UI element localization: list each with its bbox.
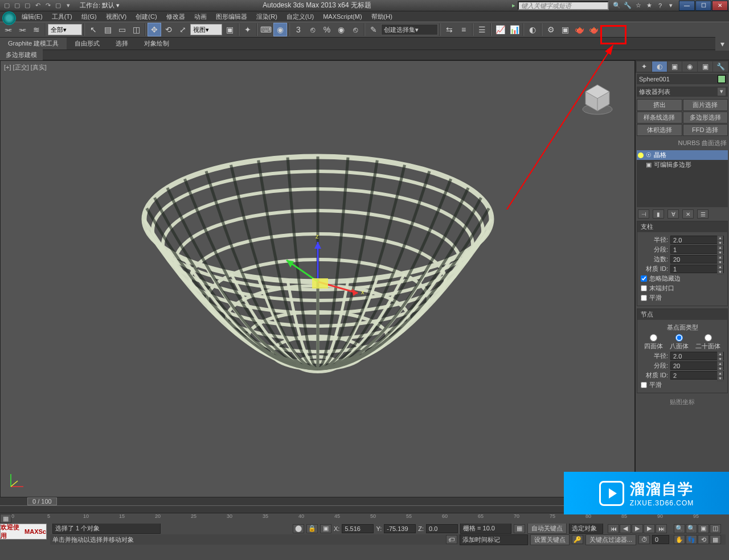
object-color-swatch[interactable] [718, 75, 726, 83]
rollout-joints[interactable]: 节点 [637, 309, 727, 320]
node-radio-icosa[interactable]: 二十面体 [695, 334, 720, 351]
strut-smooth-checkbox[interactable] [641, 295, 647, 301]
help-dropdown-icon[interactable]: ▾ [666, 1, 675, 10]
menu-customize[interactable]: 自定义(U) [282, 11, 318, 22]
mod-btn-patchsel[interactable]: 面片选择 [683, 99, 728, 111]
setkey-button[interactable]: 设置关键点 [530, 534, 570, 545]
coord-x-field[interactable]: 5.516 [342, 524, 374, 533]
edged-faces-icon[interactable]: ◉ [334, 23, 348, 36]
cmd-tab-modify[interactable]: ◐ [652, 61, 667, 72]
node-seg-spinner[interactable]: 20▲▼ [670, 361, 724, 370]
selection-filter[interactable]: 全部 ▾ [48, 24, 82, 35]
current-frame-field[interactable]: 0 [652, 535, 669, 544]
ribbon-tab-selection[interactable]: 选择 [108, 38, 136, 50]
window-crossing-icon[interactable]: ◫ [129, 23, 143, 36]
cmd-tab-hierarchy[interactable]: ▣ [667, 61, 682, 72]
cmd-tab-motion[interactable]: ◉ [682, 61, 697, 72]
mod-btn-volsel[interactable]: 体积选择 [637, 124, 682, 136]
close-button[interactable]: ✕ [712, 1, 728, 11]
menu-edit[interactable]: 编辑(E) [17, 11, 47, 22]
menu-views[interactable]: 视图(V) [101, 11, 132, 22]
menu-maxscript[interactable]: MAXScript(M) [318, 12, 366, 21]
remove-modifier-icon[interactable]: ✕ [682, 209, 694, 219]
ribbon-expand-icon[interactable]: ▾ [715, 37, 729, 51]
spinner-snap-icon[interactable]: % [320, 23, 334, 36]
ribbon-tab-graphite[interactable]: Graphite 建模工具 [0, 38, 67, 50]
node-smooth-checkbox[interactable] [641, 382, 647, 388]
editnamedsel-icon[interactable]: ✎ [367, 23, 380, 36]
add-time-tag[interactable]: 添加时间标记 [460, 534, 528, 545]
time-tag-icon[interactable]: 🏷 [446, 535, 457, 544]
select-object-icon[interactable]: ↖ [87, 23, 100, 36]
nav-zoomall-icon[interactable]: 🔍 [686, 524, 697, 533]
nav-walk-icon[interactable]: 👣 [686, 535, 697, 544]
lock-selection-icon[interactable]: ⬤ [293, 524, 304, 533]
timeline-config-icon[interactable]: ▦ [0, 514, 11, 523]
exchange-icon[interactable]: ☆ [634, 1, 643, 10]
app-menu-icon[interactable] [2, 11, 16, 25]
qat-redo-icon[interactable]: ↷ [43, 1, 52, 10]
strut-seg-spinner[interactable]: 1▲▼ [670, 245, 724, 254]
angle-snap-icon[interactable]: 3 [292, 23, 305, 36]
ribbon-tab-freeform[interactable]: 自由形式 [67, 38, 108, 50]
help-icon[interactable]: ? [656, 1, 665, 10]
viewport-object-bowl[interactable]: x z [130, 131, 506, 427]
rollout-struts[interactable]: 支柱 [637, 221, 727, 232]
qat-link-icon[interactable]: ▢ [54, 1, 63, 10]
nav-pan-icon[interactable]: ✋ [674, 535, 685, 544]
nav-fov-icon[interactable]: ◫ [710, 524, 721, 533]
menu-grapheditors[interactable]: 图形编辑器 [211, 11, 252, 22]
ribbon-panel-polymodel[interactable]: 多边形建模 [0, 50, 43, 60]
strut-radius-spinner[interactable]: 2.0▲▼ [670, 236, 724, 244]
viewcube[interactable] [578, 78, 617, 118]
mod-btn-polysel[interactable]: 多边形选择 [683, 112, 728, 123]
nav-zoom-icon[interactable]: 🔍 [674, 524, 685, 533]
strut-endcap-checkbox[interactable] [641, 285, 647, 291]
curve-editor-icon[interactable]: 📈 [493, 23, 507, 36]
lightbulb-icon[interactable] [638, 153, 644, 158]
node-radius-spinner[interactable]: 2.0▲▼ [670, 352, 724, 360]
menu-create[interactable]: 创建(C) [131, 11, 161, 22]
stack-item-epoly[interactable]: ▣可编辑多边形 [637, 160, 728, 170]
menu-tools[interactable]: 工具(T) [47, 11, 77, 22]
absolute-transform-icon[interactable]: ▣ [320, 524, 331, 533]
goto-end-icon[interactable]: ⏭ [656, 524, 667, 533]
mod-btn-ffdsel[interactable]: FFD 选择 [683, 124, 728, 136]
play-icon[interactable]: ▶ [632, 524, 643, 533]
stack-item-lattice[interactable]: ☉晶格 [637, 150, 728, 160]
select-move-icon[interactable]: ✥ [148, 23, 161, 36]
render-iterative-icon[interactable]: 🫖 [587, 23, 600, 36]
mod-btn-extrude[interactable]: 挤出 [637, 99, 682, 111]
rendered-frame-icon[interactable]: ▣ [558, 23, 572, 36]
mod-btn-splinesel[interactable]: 样条线选择 [637, 112, 682, 123]
autokey-button[interactable]: 自动关键点 [527, 523, 567, 534]
menu-help[interactable]: 帮助(H) [367, 11, 397, 22]
workspace-selector[interactable]: 工作台: 默认 ▾ [75, 1, 124, 10]
strut-ignore-checkbox[interactable] [641, 275, 647, 282]
object-name-field[interactable]: Sphere001 [637, 74, 728, 84]
coord-y-field[interactable]: -75.139 [384, 524, 416, 533]
rollout-mapping[interactable]: 贴图坐标 [636, 397, 729, 407]
time-slider[interactable]: 0 / 100 [27, 497, 57, 505]
node-radio-tetra[interactable]: 四面体 [644, 334, 663, 351]
select-rotate-icon[interactable]: ⟲ [162, 23, 175, 36]
unlink-icon[interactable]: ⫘ [15, 23, 29, 36]
coord-z-field[interactable]: 0.0 [426, 524, 458, 533]
edged-snap-icon[interactable]: ⎋ [349, 23, 362, 36]
menu-group[interactable]: 组(G) [77, 11, 101, 22]
layers-icon[interactable]: ☰ [475, 23, 489, 36]
percent-snap-icon[interactable]: ⎋ [306, 23, 320, 36]
pin-stack-icon[interactable]: ⊣ [638, 209, 649, 219]
select-scale-icon[interactable]: ⤢ [176, 23, 190, 36]
mod-btn-nurbs[interactable]: NURBS 曲面选择 [636, 137, 729, 149]
time-config-icon[interactable]: ⏱ [638, 535, 650, 544]
node-radio-octa[interactable]: 八面体 [670, 334, 689, 351]
configure-sets-icon[interactable]: ☰ [697, 209, 708, 219]
viewport-label[interactable]: [+] [正交] [真实] [4, 63, 47, 72]
material-editor-icon[interactable]: ◐ [526, 23, 539, 36]
menu-rendering[interactable]: 渲染(R) [252, 11, 282, 22]
ref-coord-system[interactable]: 视图 ▾ [190, 24, 222, 35]
node-matid-spinner[interactable]: 2▲▼ [670, 371, 724, 380]
named-selection-sets[interactable]: 创建选择集 ▾ [381, 24, 438, 35]
key-mode-icon[interactable]: 🔑 [572, 535, 583, 544]
